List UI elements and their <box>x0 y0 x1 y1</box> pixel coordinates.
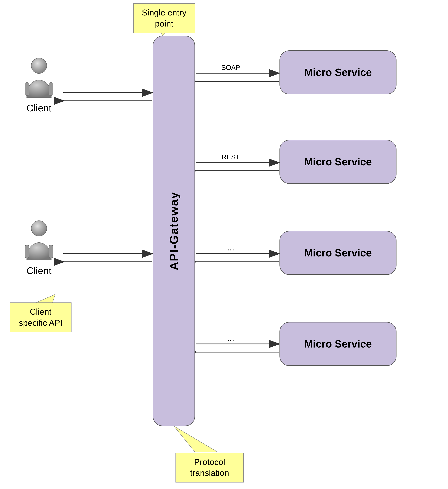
api-gateway: API-Gateway <box>153 36 195 426</box>
svg-rect-24 <box>25 82 29 96</box>
callout-client-api-text: Clientspecific API <box>19 307 63 327</box>
svg-marker-17 <box>174 426 218 452</box>
micro-service-1-label: Micro Service <box>304 66 372 78</box>
micro-service-2-label: Micro Service <box>304 156 372 168</box>
svg-rect-28 <box>49 245 53 258</box>
micro-service-2: Micro Service <box>280 140 397 184</box>
svg-text:SOAP: SOAP <box>221 64 240 71</box>
svg-text:...: ... <box>227 333 234 342</box>
micro-service-1: Micro Service <box>280 50 397 94</box>
svg-point-26 <box>31 221 47 236</box>
callout-single-entry-text: Single entrypoint <box>142 8 186 28</box>
svg-rect-25 <box>49 82 53 96</box>
client-figure-2: Client <box>21 220 57 276</box>
callout-protocol-translation: Protocoltranslation <box>176 453 244 482</box>
client-1-label: Client <box>26 102 51 114</box>
callout-client-specific-api: Clientspecific API <box>10 302 72 332</box>
micro-service-3: Micro Service <box>280 231 397 275</box>
svg-point-23 <box>31 58 47 73</box>
callout-single-entry: Single entrypoint <box>133 3 195 33</box>
diagram-container: SOAP REST ... ... API-Gateway Micro Serv… <box>0 0 448 489</box>
svg-rect-27 <box>25 245 29 258</box>
micro-service-3-label: Micro Service <box>304 247 372 259</box>
person-icon-1 <box>21 57 57 99</box>
svg-text:...: ... <box>227 243 234 252</box>
api-gateway-label: API-Gateway <box>167 192 181 270</box>
callout-protocol-text: Protocoltranslation <box>190 457 229 478</box>
svg-text:REST: REST <box>222 153 240 161</box>
client-figure-1: Client <box>21 57 57 114</box>
micro-service-4: Micro Service <box>280 322 397 366</box>
person-icon-2 <box>21 220 57 262</box>
micro-service-4-label: Micro Service <box>304 338 372 350</box>
client-2-label: Client <box>26 265 51 276</box>
